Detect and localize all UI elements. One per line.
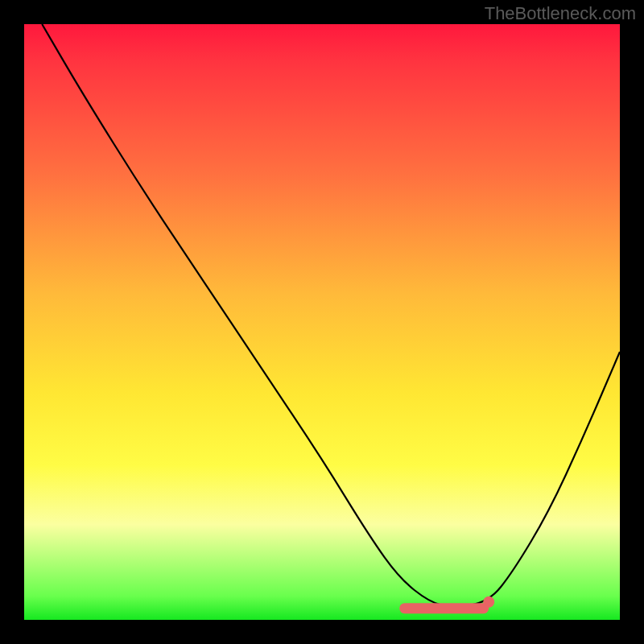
- attribution-text: TheBottleneck.com: [485, 3, 636, 24]
- svg-rect-1: [399, 603, 489, 613]
- bottleneck-curve: [24, 24, 620, 620]
- chart-plot-area: [24, 24, 620, 620]
